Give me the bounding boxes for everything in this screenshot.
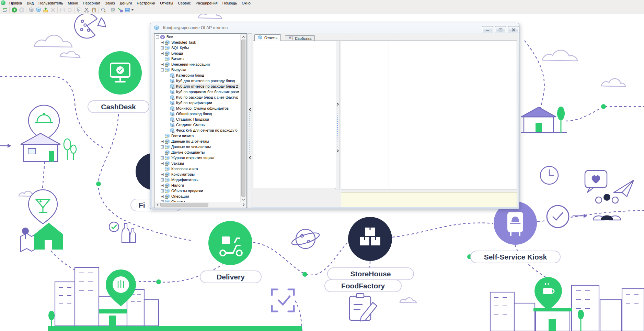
left-splitter[interactable] [248,33,252,208]
maximize-button[interactable] [495,26,506,33]
collapse-right-icon[interactable] [336,148,339,154]
expand-plus-icon[interactable]: + [161,178,164,181]
tree-vertical-scrollbar[interactable] [240,34,246,202]
tree-item[interactable]: +Заказы [155,161,241,166]
tree-item[interactable]: Стадион: Смены [155,122,241,128]
menu-item-window[interactable]: Окно [239,1,253,5]
delete-button[interactable] [49,6,56,13]
collapse-minus-icon[interactable]: − [161,68,164,71]
menu-item-order[interactable]: Заказ [103,1,117,5]
tree-item[interactable]: Другие официанты [155,150,241,155]
copy-icon [77,7,82,13]
tree-item[interactable]: +Данные по чек-листам [155,144,241,150]
tree-item[interactable]: −Все [155,34,241,40]
tree-horizontal-scrollbar[interactable] [155,202,246,207]
tree-item[interactable]: +Объекты продажи [155,188,241,194]
tree-item[interactable]: +Данные по Z-отчетам [155,139,241,144]
expand-plus-icon[interactable]: + [161,52,164,55]
tree-item[interactable]: +Внесения-инкассации [155,62,241,67]
scroll-left-icon[interactable] [155,202,160,207]
back-button[interactable] [11,6,18,13]
expand-plus-icon[interactable]: + [161,195,164,198]
tree-item[interactable]: Монитор: Суммы официантов [155,106,241,111]
tree-item[interactable]: Категории блюд [155,73,241,78]
tree-item[interactable]: Куб по расходу блюд с счет-фактур [155,95,241,100]
table-view-button[interactable] [124,6,131,13]
menu-item-extensions[interactable]: Расширения [193,1,220,5]
tree-item[interactable]: +Операции [155,194,241,199]
scroll-right-icon[interactable] [241,202,246,207]
forward-button[interactable] [18,6,25,13]
dropdown-arrow-icon[interactable] [131,9,134,11]
vertical-scroll-thumb[interactable] [241,40,245,197]
horizontal-scroll-thumb[interactable] [160,203,208,207]
tree-item[interactable]: Куб для отчетов по расходу блюд 2 [155,84,241,89]
tree-item[interactable]: Стадион: Продажи [155,117,241,122]
tree-item[interactable]: Кассовая книга [155,166,241,172]
menu-item-money[interactable]: Деньги [117,1,135,5]
expand-plus-icon[interactable]: + [161,156,164,159]
tree-item[interactable]: Гости визита [155,133,241,139]
scroll-up-icon[interactable] [241,34,246,39]
tree-item[interactable]: Общий расход блюд [155,111,241,117]
dialog-title: Конфигурирование OLAP отчетов [163,25,228,30]
cut-button[interactable] [83,6,90,13]
menu-item-staff[interactable]: Персонал [80,1,103,5]
collapse-left-icon[interactable] [249,107,251,113]
tree-item[interactable]: +Журнал открытия ящика [155,155,241,161]
menu-item-view[interactable]: Вид [24,1,36,5]
collapse-right-icon[interactable] [336,101,339,107]
save-icon [60,7,65,13]
toolbar [0,6,644,14]
menu-item-user[interactable]: Пользователь [36,1,65,5]
tree-item[interactable]: +Консуматоры [155,172,241,177]
paste-button[interactable] [90,6,97,13]
cube-category-icon [165,194,170,199]
collapse-left-icon[interactable] [249,155,251,161]
tree-item[interactable]: +SQL Кубы [155,45,241,51]
refresh-button[interactable] [1,6,8,13]
tree-item[interactable]: +Sheduled Task [155,40,241,45]
tree-item[interactable]: +Блюда [155,51,241,56]
cube-outline-button[interactable] [27,6,35,13]
expand-plus-icon[interactable]: + [161,140,164,143]
menu-item-help[interactable]: Помощь [220,1,240,5]
cube-blue-button[interactable] [35,6,42,13]
paste-icon [91,7,96,13]
menu-item-edit[interactable]: Правка [7,1,24,5]
export-button[interactable] [42,6,49,13]
menu-item-menu[interactable]: Меню [65,1,80,5]
tab-reports[interactable]: Отчеты [254,34,281,41]
expand-plus-icon[interactable]: + [161,189,164,192]
minimize-button[interactable] [482,26,493,33]
close-button[interactable] [508,26,519,33]
tree-item[interactable]: Визиты [155,56,241,62]
tree-item[interactable]: Фиск Куб для отчетов по расходу б [155,128,241,133]
expand-plus-icon[interactable]: + [161,173,164,176]
expand-plus-icon[interactable]: + [161,63,164,66]
tree-item[interactable]: Куб по продажам без больших разм [155,89,241,95]
toolbar-separator [9,7,10,13]
scroll-down-icon[interactable] [241,197,246,202]
save-button[interactable] [59,6,66,13]
search-button[interactable] [100,6,107,13]
expand-plus-icon[interactable]: + [161,41,164,44]
menu-item-settings[interactable]: Настройки [134,1,158,5]
tab-properties[interactable]: Свойства [285,35,315,41]
recycle-button[interactable] [109,6,116,13]
expand-plus-icon[interactable]: + [161,162,164,165]
expand-plus-icon[interactable]: + [161,46,164,49]
expand-plus-icon[interactable]: + [161,145,164,148]
import-button[interactable] [116,6,124,13]
tree-item[interactable]: +Налоги [155,183,241,188]
copy-button[interactable] [76,6,83,13]
expand-plus-icon[interactable]: + [161,184,164,187]
tree-item[interactable]: −Выручка [155,67,241,73]
tree-item[interactable]: +Модификаторы [155,177,241,183]
menu-item-reports[interactable]: Отчеты [158,1,175,5]
tree-item[interactable]: Куб для отчетов по расходу блюд [155,78,241,84]
undo-button[interactable] [66,6,73,13]
tree-item[interactable]: Куб по тарификации [155,100,241,106]
collapse-minus-icon[interactable]: − [156,35,159,38]
menu-item-service[interactable]: Сервис [175,1,193,5]
